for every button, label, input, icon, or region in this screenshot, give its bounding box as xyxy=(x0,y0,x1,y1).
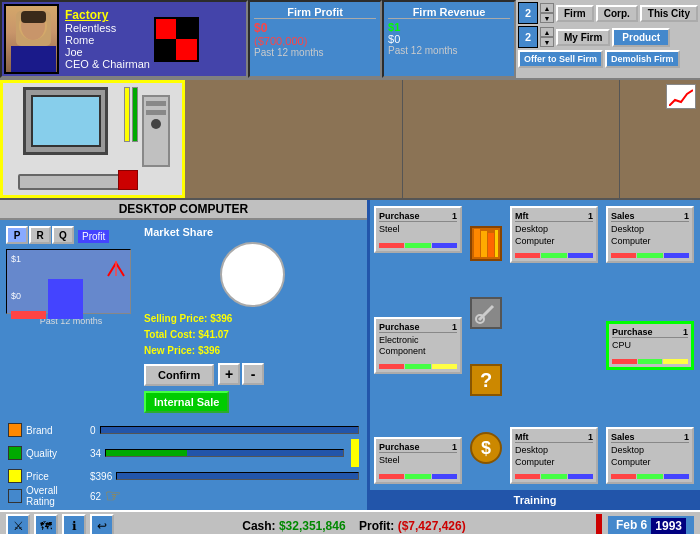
pbox-sub-1: Steel xyxy=(379,224,457,242)
plus-button[interactable]: + xyxy=(218,363,240,385)
this-city-button[interactable]: This City xyxy=(640,5,698,22)
top-bar: Factory Relentless Rome Joe CEO & Chairm… xyxy=(0,0,700,80)
cpubox-title: Purchase 1 xyxy=(612,327,688,338)
firm-button[interactable]: Firm xyxy=(556,5,594,22)
center-icons: ? $ xyxy=(466,200,506,490)
cash-value: $32,351,846 xyxy=(279,519,346,533)
purchase-cpu[interactable]: Purchase 1 CPU xyxy=(606,321,694,370)
firm-nav-arrows[interactable]: ▲ ▼ xyxy=(540,3,554,23)
profit-label-2: Profit: xyxy=(359,519,394,533)
svg-rect-4 xyxy=(21,11,46,23)
dollar-icon: $ xyxy=(470,432,502,464)
computer-display xyxy=(15,87,170,192)
tab-p[interactable]: P xyxy=(6,226,28,244)
purchase-steel-1[interactable]: Purchase 1 Steel xyxy=(374,206,462,253)
overall-color xyxy=(8,489,22,503)
monitor-screen xyxy=(31,95,101,147)
profit-badge: Profit xyxy=(78,230,109,243)
year-text: 1993 xyxy=(651,518,686,534)
taskbar-icon-4[interactable]: ↩ xyxy=(90,514,114,534)
stat-price: Price $396 xyxy=(8,469,359,483)
taskbar-icon-2[interactable]: 🗺 xyxy=(34,514,58,534)
svg-rect-2 xyxy=(11,46,56,74)
stat-quality: Quality 34 xyxy=(8,439,359,467)
firm-profit-panel: Firm Profit $0 ($700,000) Past 12 months xyxy=(248,0,382,78)
nav-row-3: Offer to Sell Firm Demolish Firm xyxy=(518,50,698,68)
svg-rect-9 xyxy=(495,230,498,257)
price-label: Price xyxy=(26,471,86,482)
process-col-3: Sales 1 DesktopComputer Purchase 1 CPU xyxy=(602,200,698,490)
mbox-bars-2 xyxy=(515,474,593,479)
cpubox-bars xyxy=(612,359,688,364)
hand-cursor-icon[interactable]: ☞ xyxy=(105,485,121,507)
confirm-button[interactable]: Confirm xyxy=(144,364,214,386)
pm-buttons: + - xyxy=(218,363,264,385)
product-title: DESKTOP COMPUTER xyxy=(0,200,367,220)
person-role: Joe xyxy=(65,46,150,58)
corp-button[interactable]: Corp. xyxy=(596,5,638,22)
nav-row-2: 2 ▲ ▼ My Firm Product xyxy=(518,26,698,48)
firm-arrow-up[interactable]: ▲ xyxy=(540,3,554,13)
mft-desktop-1[interactable]: Mft 1 DesktopComputer xyxy=(510,206,598,263)
svg-rect-8 xyxy=(488,233,494,257)
myfirm-nav-arrows[interactable]: ▲ ▼ xyxy=(540,27,554,47)
chart-low: $0 xyxy=(11,291,21,301)
pbox-bars-1 xyxy=(379,243,457,248)
purchase-steel-2[interactable]: Purchase 1 Steel xyxy=(374,437,462,484)
person-title: CEO & Chairman xyxy=(65,58,150,70)
prq-section: P R Q Profit $1 $0 xyxy=(6,226,136,413)
person-city: Rome xyxy=(65,34,150,46)
firm-nav-number: 2 xyxy=(518,2,538,24)
mbox-sub-1: DesktopComputer xyxy=(515,224,593,252)
sales-desktop-2[interactable]: Sales 1 DesktopComputer xyxy=(606,427,694,484)
keyboard xyxy=(18,174,123,190)
tab-r[interactable]: R xyxy=(29,226,51,244)
product-display xyxy=(0,80,185,198)
firm-profit-period: Past 12 months xyxy=(254,47,376,58)
selling-price-row: Selling Price: $396 xyxy=(144,311,361,327)
cpubox-sub: CPU xyxy=(612,340,688,358)
pbox-title-3: Purchase 1 xyxy=(379,442,457,453)
demolish-button[interactable]: Demolish Firm xyxy=(605,50,680,68)
minus-button[interactable]: - xyxy=(242,363,264,385)
cash-label: Cash: xyxy=(242,519,275,533)
firm-profit-negative: ($700,000) xyxy=(254,35,376,47)
mft-desktop-2[interactable]: Mft 1 DesktopComputer xyxy=(510,427,598,484)
mbox-title-1: Mft 1 xyxy=(515,211,593,222)
tab-q[interactable]: Q xyxy=(52,226,74,244)
quality-label: Quality xyxy=(26,448,86,459)
firm-arrow-down[interactable]: ▼ xyxy=(540,13,554,23)
process-col-2: Mft 1 DesktopComputer Mft 1 DesktopCompu… xyxy=(506,200,602,490)
myfirm-arrow-up[interactable]: ▲ xyxy=(540,27,554,37)
red-block xyxy=(118,170,138,190)
pie-chart xyxy=(220,242,285,307)
pbox-sub-2: ElectronicComponent xyxy=(379,335,457,363)
training-label[interactable]: Training xyxy=(370,490,700,510)
left-panel: DESKTOP COMPUTER P R Q Profit $1 xyxy=(0,200,370,510)
pbox-title-2: Purchase 1 xyxy=(379,322,457,333)
purchase-electronic[interactable]: Purchase 1 ElectronicComponent xyxy=(374,317,462,374)
stats-section: Brand 0 Quality 34 Price $396 Overall Ra… xyxy=(0,419,367,513)
middle-area xyxy=(0,80,700,200)
offer-sell-button[interactable]: Offer to Sell Firm xyxy=(518,50,603,68)
taskbar-icon-1[interactable]: ⚔ xyxy=(6,514,30,534)
mbox-bars-1 xyxy=(515,253,593,258)
overall-label: Overall Rating xyxy=(26,485,86,507)
profit-chart: $1 $0 xyxy=(6,249,131,314)
myfirm-arrow-down[interactable]: ▼ xyxy=(540,37,554,47)
myfirm-nav-number: 2 xyxy=(518,26,538,48)
internal-sale-button[interactable]: Internal Sale xyxy=(144,391,229,413)
factory-info: Factory Relentless Rome Joe CEO & Chairm… xyxy=(65,8,150,70)
myfirm-button[interactable]: My Firm xyxy=(556,29,610,46)
question-icon[interactable]: ? xyxy=(470,364,502,396)
sales-desktop-1[interactable]: Sales 1 DesktopComputer xyxy=(606,206,694,263)
quality-value: 34 xyxy=(90,448,101,459)
nav-row-1: 2 ▲ ▼ Firm Corp. This City xyxy=(518,2,698,24)
taskbar-icon-3[interactable]: ℹ xyxy=(62,514,86,534)
sbox-title-2: Sales 1 xyxy=(611,432,689,443)
price-color xyxy=(8,469,22,483)
overall-value: 62 xyxy=(90,491,101,502)
sbox-title-1: Sales 1 xyxy=(611,211,689,222)
prq-tabs: P R Q xyxy=(6,226,74,244)
product-button[interactable]: Product xyxy=(612,28,670,47)
